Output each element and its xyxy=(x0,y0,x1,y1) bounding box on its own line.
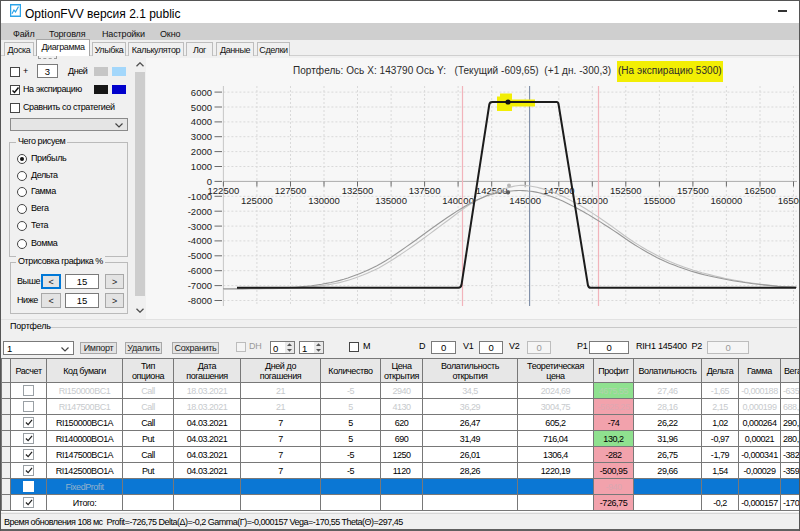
svg-text:122500: 122500 xyxy=(208,185,240,196)
svg-text:-6000: -6000 xyxy=(188,265,212,276)
svg-text:125000: 125000 xyxy=(241,195,273,206)
svg-text:135000: 135000 xyxy=(375,195,407,206)
svg-text:3000: 3000 xyxy=(191,131,212,142)
svg-text:-7000: -7000 xyxy=(188,280,212,291)
svg-text:5000: 5000 xyxy=(191,102,212,113)
svg-text:137500: 137500 xyxy=(409,185,441,196)
svg-text:160000: 160000 xyxy=(711,195,743,206)
svg-text:6000: 6000 xyxy=(191,87,212,98)
svg-text:155000: 155000 xyxy=(644,195,676,206)
svg-text:150000: 150000 xyxy=(576,195,608,206)
svg-text:162500: 162500 xyxy=(744,185,776,196)
svg-text:1000: 1000 xyxy=(191,161,212,172)
svg-text:130000: 130000 xyxy=(308,195,340,206)
svg-text:-2000: -2000 xyxy=(188,206,212,217)
svg-text:-4000: -4000 xyxy=(188,235,212,246)
svg-text:145000: 145000 xyxy=(509,195,541,206)
svg-text:132500: 132500 xyxy=(342,185,374,196)
svg-text:4000: 4000 xyxy=(191,116,212,127)
svg-text:-3000: -3000 xyxy=(188,221,212,232)
svg-text:157500: 157500 xyxy=(677,185,709,196)
svg-text:-8000: -8000 xyxy=(188,295,212,306)
svg-text:2000: 2000 xyxy=(191,146,212,157)
svg-text:165000: 165000 xyxy=(778,195,800,206)
svg-text:127500: 127500 xyxy=(275,185,307,196)
svg-text:-5000: -5000 xyxy=(188,250,212,261)
svg-text:152500: 152500 xyxy=(610,185,642,196)
